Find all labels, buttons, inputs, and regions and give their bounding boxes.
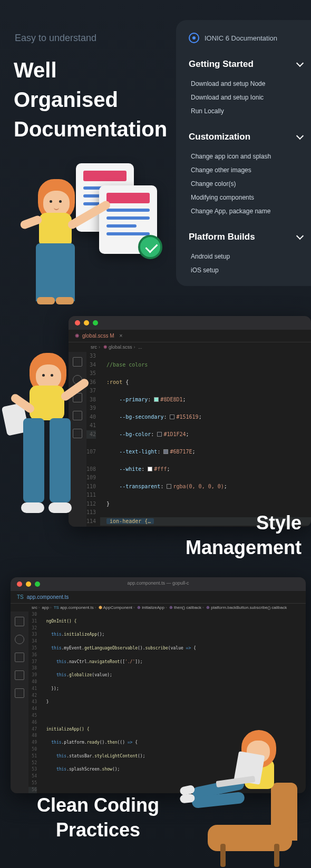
activity-bar bbox=[11, 611, 28, 793]
title-line-2: Organised bbox=[14, 85, 167, 114]
section3-title: Clean Coding Practices bbox=[30, 793, 167, 843]
breadcrumb: src› ❋ global.scss› ... bbox=[69, 342, 311, 352]
doc-item[interactable]: Android setup bbox=[189, 250, 303, 263]
checkmark-icon bbox=[138, 235, 162, 259]
doc-item[interactable]: Modifying components bbox=[189, 191, 303, 204]
minimize-icon[interactable] bbox=[26, 581, 31, 587]
editor-titlebar bbox=[69, 316, 311, 330]
section1-title: Well Organised Documentation bbox=[14, 55, 167, 144]
doc-header-text: IONIC 6 Documentation bbox=[205, 34, 277, 42]
extensions-icon[interactable] bbox=[15, 688, 24, 698]
doc-section-title: Platform Builds bbox=[189, 232, 255, 242]
title-line-1: Style bbox=[186, 511, 302, 536]
explorer-icon[interactable] bbox=[15, 617, 24, 626]
doc-panel-header: IONIC 6 Documentation bbox=[189, 33, 303, 43]
title-line-1: Well bbox=[14, 55, 167, 85]
doc-item[interactable]: Run Locally bbox=[189, 104, 303, 118]
window-title: app.component.ts — gopull-c bbox=[127, 580, 189, 586]
title-line-2: Management bbox=[186, 536, 302, 560]
crumb: ... bbox=[138, 344, 142, 350]
editor-tab[interactable]: ❋ global.scss M × bbox=[69, 330, 311, 342]
code-content[interactable]: //base colors :root { --primary: #8DE8D1… bbox=[100, 352, 311, 527]
doc-item[interactable]: iOS setup bbox=[189, 263, 303, 277]
title-line-1: Clean Coding bbox=[30, 793, 167, 818]
source-control-icon[interactable] bbox=[15, 653, 24, 662]
section1-subtitle: Easy to understand bbox=[15, 33, 96, 44]
doc-item[interactable]: Change other images bbox=[189, 163, 303, 177]
title-line-3: Documentation bbox=[14, 114, 167, 144]
editor-tab[interactable]: TS app.component.ts bbox=[11, 591, 306, 604]
crumb[interactable]: global.scss bbox=[109, 344, 132, 350]
close-icon[interactable] bbox=[17, 581, 22, 587]
tab-filename: global.scss M bbox=[82, 333, 114, 339]
doc-section-title: Getting Started bbox=[189, 59, 254, 70]
character-illustration-2 bbox=[0, 353, 105, 564]
scss-file-icon: ❋ bbox=[75, 333, 79, 339]
doc-item[interactable]: Change App, package name bbox=[189, 204, 303, 218]
debug-icon[interactable] bbox=[15, 670, 24, 680]
ts-file-icon: TS bbox=[17, 594, 24, 600]
section2-title: Style Management bbox=[186, 511, 302, 560]
doc-item[interactable]: Download and setup Ionic bbox=[189, 91, 303, 104]
editor-titlebar: app.component.ts — gopull-c bbox=[11, 577, 306, 591]
ionic-icon bbox=[189, 33, 199, 43]
doc-section-platform-builds[interactable]: Platform Builds bbox=[189, 232, 303, 242]
maximize-icon[interactable] bbox=[35, 581, 40, 587]
chevron-down-icon bbox=[296, 232, 304, 240]
chevron-down-icon bbox=[296, 60, 304, 67]
breadcrumb: src› app› TS app.component.ts› ⬢ AppComp… bbox=[11, 604, 306, 611]
line-gutter: 3031323334353637383940414243444546474849… bbox=[28, 611, 41, 793]
doc-section-customization[interactable]: Customization bbox=[189, 132, 303, 142]
maximize-icon[interactable] bbox=[93, 320, 98, 326]
close-icon[interactable] bbox=[75, 320, 80, 326]
doc-item[interactable]: Change app icon and splash bbox=[189, 150, 303, 163]
crumb[interactable]: src bbox=[91, 344, 97, 350]
documentation-panel: IONIC 6 Documentation Getting Started Do… bbox=[176, 20, 311, 286]
chevron-down-icon bbox=[296, 132, 304, 140]
tab-filename: app.component.ts bbox=[27, 594, 69, 600]
search-icon[interactable] bbox=[15, 635, 24, 644]
doc-section-title: Customization bbox=[189, 132, 250, 142]
close-tab-icon[interactable]: × bbox=[120, 333, 123, 339]
minimize-icon[interactable] bbox=[84, 320, 89, 326]
doc-item[interactable]: Change color(s) bbox=[189, 177, 303, 191]
title-line-2: Practices bbox=[30, 818, 167, 843]
character-illustration-3 bbox=[181, 730, 308, 867]
character-illustration-1 bbox=[13, 163, 171, 305]
doc-section-getting-started[interactable]: Getting Started bbox=[189, 59, 303, 70]
doc-item[interactable]: Download and setup Node bbox=[189, 77, 303, 91]
